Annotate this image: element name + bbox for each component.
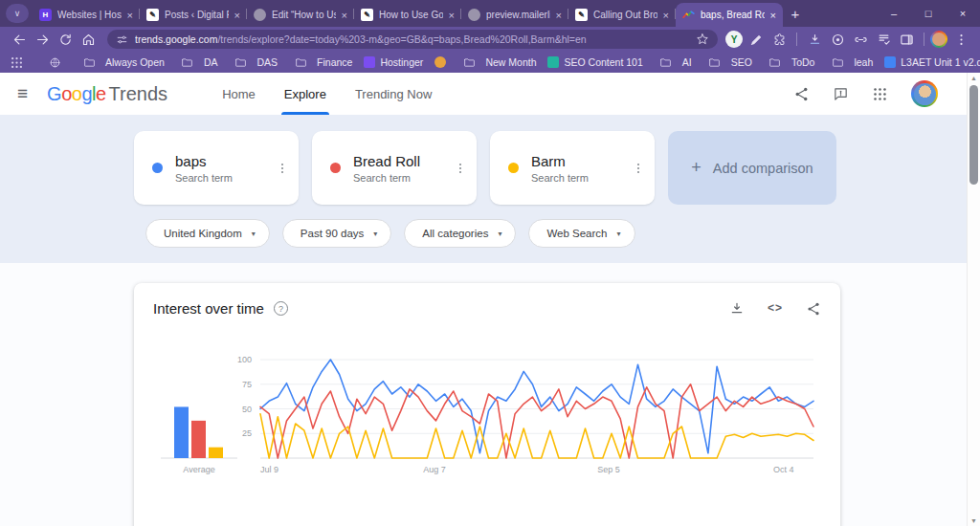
term-menu-icon[interactable] — [622, 162, 655, 175]
page-scrollbar[interactable]: ▲ ▼ — [967, 73, 980, 526]
folder-icon — [764, 53, 787, 72]
filter-dropdown[interactable]: All categories▾ — [404, 219, 516, 248]
apps-grid-icon[interactable] — [872, 86, 888, 102]
feedback-icon[interactable] — [833, 86, 849, 102]
scroll-down-arrow[interactable]: ▼ — [968, 517, 980, 524]
filter-dropdown[interactable]: United Kingdom▾ — [145, 219, 270, 248]
tab-strip: ∨ HWebsites | Hostinger×✎Posts ‹ Digital… — [0, 0, 980, 27]
filter-dropdown[interactable]: Web Search▾ — [528, 219, 635, 248]
download-icon[interactable] — [729, 301, 745, 317]
link-icon[interactable] — [849, 30, 872, 49]
filter-dropdown[interactable]: Past 90 days▾ — [282, 219, 392, 248]
back-icon[interactable] — [8, 30, 31, 49]
tab-close-icon[interactable]: × — [556, 10, 562, 21]
bookmark-item[interactable]: Finance — [283, 53, 358, 72]
share-icon[interactable] — [806, 301, 821, 317]
tab-close-icon[interactable]: × — [449, 10, 455, 21]
scroll-up-arrow[interactable]: ▲ — [968, 75, 980, 81]
site-info-icon[interactable] — [116, 33, 128, 46]
tab-close-icon[interactable]: × — [234, 10, 240, 21]
bookmark-item[interactable]: DA — [170, 53, 224, 72]
browser-tab[interactable]: preview.mailerlite.io/p× — [461, 3, 568, 27]
term-type-label: Search term — [353, 172, 444, 184]
bookmark-item[interactable]: DAS — [223, 53, 283, 72]
tab-close-icon[interactable]: × — [663, 10, 669, 21]
series-color-dot — [330, 163, 341, 173]
bookmark-item[interactable]: SEO Content 101 — [542, 56, 648, 68]
browser-profile-avatar[interactable] — [930, 31, 947, 48]
address-bar[interactable]: trends.google.com/trends/explore?date=to… — [107, 30, 718, 49]
close-window-button[interactable]: × — [946, 0, 980, 27]
tab-close-icon[interactable]: × — [770, 10, 776, 21]
bookmark-label: SEO — [731, 56, 752, 68]
tab-title: Edit “How to Use Goog — [272, 10, 336, 20]
browser-tab[interactable]: baps, Bread Roll, Barm× — [676, 3, 783, 27]
tab-trending-now[interactable]: Trending Now — [352, 73, 434, 115]
bookmark-item[interactable]: AI — [649, 53, 698, 72]
bookmark-item[interactable]: L3AET Unit 1 v2.doc... — [879, 56, 980, 68]
bookmark-item[interactable]: SEO — [698, 53, 758, 72]
apps-shortcut-icon[interactable] — [10, 53, 24, 72]
help-icon[interactable]: ? — [274, 301, 288, 316]
bookmark-item[interactable]: ToDo — [758, 53, 821, 72]
term-menu-icon[interactable] — [444, 162, 477, 175]
term-menu-icon[interactable] — [266, 162, 299, 175]
maximize-window-button[interactable]: □ — [911, 0, 946, 27]
new-tab-button[interactable]: + — [783, 3, 808, 24]
bookmark-item[interactable]: leah — [820, 53, 879, 72]
tab-home[interactable]: Home — [219, 73, 258, 115]
chart-title: Interest over time — [153, 300, 264, 317]
browser-tab[interactable]: HWebsites | Hostinger× — [33, 3, 140, 27]
doc-favicon: ✎ — [361, 9, 373, 21]
folder-icon — [703, 53, 726, 72]
puzzle-icon[interactable] — [768, 30, 791, 49]
browser-menu-icon[interactable] — [949, 30, 972, 49]
browser-tab[interactable]: ✎Posts ‹ Digital Fixers | S× — [140, 3, 247, 27]
browser-tab[interactable]: Edit “How to Use Goog× — [247, 3, 354, 27]
hamburger-menu-icon[interactable]: ≡ — [17, 83, 28, 104]
tab-explore[interactable]: Explore — [281, 73, 329, 115]
bookmark-item[interactable] — [429, 56, 452, 68]
download-icon[interactable] — [803, 30, 826, 49]
trends-header: ≡ Google Trends HomeExploreTrending Now — [0, 73, 980, 115]
tab-title: Calling Out Bro Marke — [593, 10, 657, 20]
url-text[interactable]: trends.google.com/trends/explore?date=to… — [135, 33, 689, 45]
minimize-window-button[interactable]: – — [877, 0, 911, 27]
filter-value: United Kingdom — [164, 228, 242, 239]
bookmark-label: New Month — [485, 56, 536, 68]
home-icon[interactable] — [77, 30, 100, 49]
tab-close-icon[interactable]: × — [342, 10, 347, 21]
browser-tab[interactable]: ✎How to Use Google Tr× — [354, 3, 461, 27]
interest-over-time-chart[interactable]: 255075100Jul 9Aug 7Sep 5Oct 4Average — [153, 345, 821, 489]
plus-icon: + — [691, 158, 702, 178]
search-term-card[interactable]: bapsSearch term — [134, 131, 299, 205]
share-icon[interactable] — [793, 86, 810, 102]
search-term-card[interactable]: BarmSearch term — [490, 131, 655, 205]
bookmark-item[interactable]: Hostinger — [358, 56, 429, 68]
bookmark-star-icon[interactable] — [696, 33, 709, 46]
tab-search-button[interactable]: ∨ — [6, 4, 29, 23]
reading-list-icon[interactable] — [872, 30, 895, 49]
tab-close-icon[interactable]: × — [127, 10, 133, 21]
bookmark-item[interactable]: Always Open — [72, 53, 170, 72]
bookmark-item[interactable] — [37, 53, 72, 72]
lens-icon[interactable] — [826, 30, 849, 49]
search-term-card[interactable]: Bread RollSearch term — [312, 131, 477, 205]
pen-icon[interactable] — [745, 30, 768, 49]
embed-code-icon[interactable]: <> — [768, 301, 783, 317]
add-comparison-button[interactable]: +Add comparison — [668, 131, 836, 205]
bookmark-label: DAS — [256, 56, 278, 68]
scrollbar-thumb[interactable] — [969, 85, 978, 185]
side-panel-icon[interactable] — [895, 30, 918, 49]
bookmark-label: leah — [854, 56, 873, 68]
folder-icon — [229, 53, 252, 72]
forward-icon[interactable] — [31, 30, 54, 49]
bookmark-item[interactable]: New Month — [452, 53, 542, 72]
account-avatar[interactable] — [911, 80, 938, 107]
reload-icon[interactable] — [54, 30, 77, 49]
chevron-down-icon: ▾ — [498, 230, 501, 238]
browser-tab[interactable]: ✎Calling Out Bro Marke× — [568, 3, 676, 27]
extension-pinned-icon[interactable]: Y — [725, 31, 743, 48]
folder-icon — [826, 53, 849, 72]
google-trends-logo[interactable]: Google Trends — [47, 83, 167, 105]
